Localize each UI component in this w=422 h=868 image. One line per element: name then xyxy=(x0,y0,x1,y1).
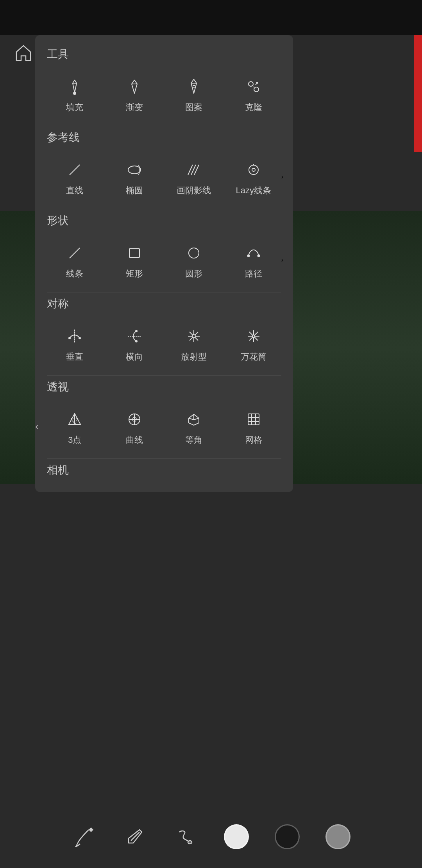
svg-line-32 xyxy=(195,332,198,335)
tool-flip[interactable]: 翻转 xyxy=(107,485,163,492)
tools-panel: 工具 填充 xyxy=(35,35,293,492)
svg-point-16 xyxy=(189,248,199,258)
vertical-label: 垂直 xyxy=(66,351,83,363)
tools-section-title: 工具 xyxy=(47,47,281,62)
svg-line-39 xyxy=(249,332,253,335)
toolbar-color-black[interactable] xyxy=(272,821,303,852)
pattern-label: 图案 xyxy=(185,102,202,113)
curve-label: 曲线 xyxy=(126,434,143,446)
color-black-circle[interactable] xyxy=(275,824,300,849)
line-icon xyxy=(64,159,86,181)
toolbar-smudge[interactable] xyxy=(170,821,201,852)
svg-point-7 xyxy=(128,166,141,174)
divider-5 xyxy=(47,458,281,459)
perspective-grid-wrapper: ‹ 3点 xyxy=(47,402,281,451)
svg-rect-54 xyxy=(248,414,259,425)
tool-curve[interactable]: 曲线 xyxy=(107,402,163,451)
tools-section: 工具 填充 xyxy=(47,47,281,118)
tool-lock[interactable]: 锁定 xyxy=(166,485,222,492)
reference-grid-wrapper: 直线 椭圆 xyxy=(47,153,281,201)
shapes-grid-wrapper: 线条 矩形 xyxy=(47,236,281,284)
svg-line-42 xyxy=(249,337,253,341)
svg-point-18 xyxy=(257,255,259,257)
tool-gradient[interactable]: 渐变 xyxy=(107,70,163,118)
tool-navigator[interactable]: 航海家 xyxy=(226,485,282,492)
navigator-icon xyxy=(243,492,265,492)
fill-icon xyxy=(64,76,86,98)
tool-horizontal[interactable]: 横向 xyxy=(107,319,163,367)
perspective-grid: 3点 曲线 xyxy=(47,402,281,451)
shapes-section: 形状 线条 xyxy=(47,213,281,284)
svg-line-40 xyxy=(254,337,258,341)
svg-point-12 xyxy=(252,168,255,171)
ellipse-icon xyxy=(123,159,145,181)
tool-clone[interactable]: 克隆 xyxy=(226,70,282,118)
color-white-circle[interactable] xyxy=(224,824,249,849)
hatching-icon xyxy=(183,159,205,181)
symmetry-grid: 垂直 横向 xyxy=(47,319,281,367)
reference-more-arrow[interactable]: › xyxy=(281,173,283,180)
tool-ellipse[interactable]: 椭圆 xyxy=(107,153,163,201)
reference-grid: 直线 椭圆 xyxy=(47,153,281,201)
svg-point-34 xyxy=(252,335,255,337)
tool-hatching[interactable]: 画阴影线 xyxy=(166,153,222,201)
perspective-section: 透视 ‹ 3点 xyxy=(47,380,281,451)
isometric-label: 等角 xyxy=(185,434,202,446)
lazy-icon xyxy=(243,159,265,181)
tool-vertical[interactable]: 垂直 xyxy=(47,319,103,367)
svg-line-52 xyxy=(194,418,199,420)
color-sidebar xyxy=(414,35,422,152)
shapes-section-title: 形状 xyxy=(47,213,281,228)
tool-radial[interactable]: 放射型 xyxy=(166,319,222,367)
toolbar-color-white[interactable] xyxy=(221,821,252,852)
reference-section: 参考线 直线 xyxy=(47,130,281,201)
svg-point-68 xyxy=(188,841,192,844)
clone-label: 克隆 xyxy=(245,102,262,113)
tool-isometric[interactable]: 等角 xyxy=(166,402,222,451)
svg-point-23 xyxy=(135,330,138,332)
tool-point3[interactable]: 3点 xyxy=(47,402,103,451)
tool-kaleidoscope[interactable]: 万花筒 xyxy=(226,319,282,367)
svg-line-30 xyxy=(190,332,193,335)
horizontal-icon xyxy=(123,325,145,347)
svg-line-41 xyxy=(254,332,258,335)
toolbar-color-gray[interactable] xyxy=(322,821,354,852)
toolbar-eraser[interactable] xyxy=(119,821,150,852)
tool-fill[interactable]: 填充 xyxy=(47,70,103,118)
svg-line-14 xyxy=(70,248,80,258)
shapes-more-arrow[interactable]: › xyxy=(281,257,283,264)
perspective-section-title: 透视 xyxy=(47,380,281,394)
svg-rect-15 xyxy=(129,249,139,257)
circle-label: 圆形 xyxy=(185,268,202,280)
horizontal-label: 横向 xyxy=(126,351,143,363)
line-label: 直线 xyxy=(66,185,83,196)
tool-line[interactable]: 直线 xyxy=(47,153,103,201)
tool-path[interactable]: 路径 xyxy=(226,236,282,284)
toolbar-brush[interactable] xyxy=(68,821,100,852)
status-bar xyxy=(0,0,422,35)
color-gray-circle[interactable] xyxy=(325,824,350,849)
tool-rectangle[interactable]: 矩形 xyxy=(107,236,163,284)
tool-grid[interactable]: 网格 xyxy=(226,402,282,451)
camera-section: 相机 适应屏幕 xyxy=(47,463,281,492)
tool-fit-screen[interactable]: 适应屏幕 xyxy=(47,485,103,492)
hatching-label: 画阴影线 xyxy=(177,185,211,196)
home-button[interactable] xyxy=(8,37,39,68)
shapes-grid: 线条 矩形 xyxy=(47,236,281,284)
svg-point-17 xyxy=(247,255,249,257)
tool-lazy[interactable]: Lazy线条 xyxy=(226,153,282,201)
rectangle-icon xyxy=(123,242,145,264)
path-label: 路径 xyxy=(245,268,262,280)
tool-circle[interactable]: 圆形 xyxy=(166,236,222,284)
svg-line-33 xyxy=(190,337,193,340)
grid-label: 网格 xyxy=(245,434,262,446)
perspective-prev-arrow[interactable]: ‹ xyxy=(35,420,39,433)
curve-icon xyxy=(123,408,145,430)
path-icon xyxy=(243,242,265,264)
svg-line-53 xyxy=(189,418,194,420)
clone-icon xyxy=(243,76,265,98)
tool-pattern[interactable]: 图案 xyxy=(166,70,222,118)
circle-icon xyxy=(183,242,205,264)
point3-icon xyxy=(64,408,86,430)
tool-stroke[interactable]: 线条 xyxy=(47,236,103,284)
